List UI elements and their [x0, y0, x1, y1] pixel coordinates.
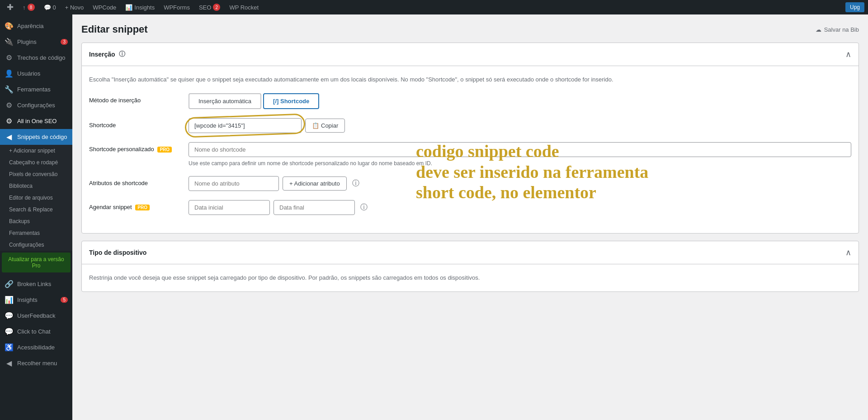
device-title-text: Tipo de dispositivo — [89, 249, 146, 256]
submenu-backups[interactable]: Backups — [0, 215, 72, 227]
schedule-help-icon[interactable]: ⓘ — [360, 203, 368, 212]
sidebar-label-snippets: Snippets de código — [17, 134, 67, 140]
insertion-card-header[interactable]: Inserção ⓘ — [82, 43, 859, 66]
sidebar-item-trechos[interactable]: ⚙ Trechos de código — [0, 50, 72, 66]
sidebar-item-plugins[interactable]: 🔌 Plugins 3 — [0, 34, 72, 50]
attributes-row: Atributos de shortcode + Adicionar atrib… — [89, 176, 851, 191]
adminbar-new[interactable]: + Novo — [61, 0, 89, 14]
add-attr-label: + Adicionar atributo — [289, 180, 340, 187]
main-content: Editar snippet ☁ Salvar na Bib Inserção … — [72, 14, 868, 420]
insertion-toggle-icon[interactable] — [845, 49, 851, 59]
plugins-badge: 3 — [61, 39, 68, 45]
device-toggle-icon[interactable] — [845, 248, 851, 258]
date-start-input[interactable] — [189, 200, 270, 215]
adminbar-seo[interactable]: SEO 2 — [194, 0, 225, 14]
insertion-title-text: Inserção — [89, 51, 115, 58]
sidebar-item-recolher[interactable]: ◀ Recolher menu — [0, 355, 72, 371]
shortcode-button[interactable]: [/] Shortcode — [263, 93, 319, 109]
custom-shortcode-input[interactable] — [189, 142, 851, 157]
attributes-help-icon[interactable]: ⓘ — [352, 179, 359, 188]
sidebar-item-acessibilidade[interactable]: ♿ Acessibilidade — [0, 339, 72, 355]
custom-shortcode-field: Use este campo para definir um nome de s… — [189, 142, 851, 167]
submenu-editor[interactable]: Editor de arquivos — [0, 192, 72, 204]
sidebar-item-userfeedback[interactable]: 💬 UserFeedback — [0, 308, 72, 324]
submenu-config[interactable]: Configurações — [0, 239, 72, 251]
wp-logo[interactable]: ✚ — [4, 0, 16, 14]
attributes-field: + Adicionar atributo ⓘ — [189, 176, 851, 191]
attribute-input[interactable] — [189, 176, 279, 191]
device-card-header[interactable]: Tipo de dispositivo — [82, 241, 859, 264]
schedule-label-text: Agendar snippet — [89, 204, 132, 210]
shortcode-input-row: 📋 Copiar — [189, 118, 851, 133]
page-title: Editar snippet — [81, 24, 148, 35]
schedule-field: ⓘ — [189, 200, 851, 215]
adminbar-updates[interactable]: ↑ 8 — [18, 0, 39, 14]
insertion-info-text: Escolha "Inserção automática" se quiser … — [89, 75, 851, 84]
comment-count: 0 — [53, 4, 56, 11]
sidebar-label-config: Configurações — [17, 102, 55, 109]
copy-shortcode-button[interactable]: 📋 Copiar — [305, 119, 345, 133]
snippets-icon: ◀ — [5, 133, 14, 141]
seo-sidebar-icon: ⚙ — [5, 117, 14, 125]
date-end-input[interactable] — [274, 200, 355, 215]
auto-insertion-label: Inserção automática — [198, 98, 251, 105]
userfeedback-label: UserFeedback — [17, 312, 56, 319]
sidebar-label-plugins: Plugins — [17, 38, 37, 45]
attr-row: + Adicionar atributo ⓘ — [189, 176, 851, 191]
sidebar-item-configuracoes[interactable]: ⚙ Configurações — [0, 97, 72, 113]
sidebar-label-usuarios: Usuários — [17, 70, 40, 77]
adminbar-comments[interactable]: 💬 0 — [39, 0, 61, 14]
copy-label: Copiar — [321, 122, 338, 129]
pro-badge-custom: PRO — [157, 147, 172, 153]
sidebar-item-ferramentas[interactable]: 🔧 Ferramentas — [0, 81, 72, 97]
insights-sidebar-icon: 📊 — [5, 296, 14, 304]
sidebar-item-all-in-one-seo[interactable]: ⚙ All in One SEO — [0, 113, 72, 129]
adminbar-items: ↑ 8 💬 0 + Novo WPCode 📊 Insights WPForms… — [18, 0, 845, 14]
adminbar-wpforms[interactable]: WPForms — [159, 0, 194, 14]
config-icon: ⚙ — [5, 101, 14, 110]
submenu-pixels[interactable]: Pixels de conversão — [0, 168, 72, 180]
shortcode-label: Shortcode — [89, 118, 179, 129]
wpcode-label: WPCode — [93, 4, 116, 11]
editor-label: Editor de arquivos — [9, 195, 53, 201]
shortcode-input[interactable] — [189, 118, 302, 133]
sidebar-item-usuarios[interactable]: 👤 Usuários — [0, 66, 72, 81]
sidebar-item-broken-links[interactable]: 🔗 Broken Links — [0, 276, 72, 292]
submenu-search-replace[interactable]: Search & Replace — [0, 204, 72, 215]
adminbar-wpcode[interactable]: WPCode — [88, 0, 121, 14]
upgrade-pro-label: Atualizar para a versão Pro — [8, 256, 64, 269]
insertion-card-body: Escolha "Inserção automática" se quiser … — [82, 66, 859, 233]
insights-sidebar-label: Insights — [17, 296, 38, 303]
add-attribute-button[interactable]: + Adicionar atributo — [283, 177, 347, 191]
adminbar-wp-rocket[interactable]: WP Rocket — [225, 0, 263, 14]
wp-rocket-label: WP Rocket — [229, 4, 259, 11]
sidebar-item-click-to-chat[interactable]: 💬 Click to Chat — [0, 324, 72, 339]
upgrade-button[interactable]: Upg — [845, 2, 864, 12]
search-replace-label: Search & Replace — [9, 206, 53, 213]
config-sub-label: Configurações — [9, 242, 44, 248]
sidebar-item-snippets[interactable]: ◀ Snippets de código — [0, 129, 72, 145]
submenu-cabecalho[interactable]: Cabeçalho e rodapé — [0, 157, 72, 168]
custom-shortcode-label: Shortcode personalizado PRO — [89, 142, 179, 153]
adminbar-insights[interactable]: 📊 Insights — [121, 0, 159, 14]
custom-shortcode-help: Use este campo para definir um nome de s… — [189, 160, 851, 167]
sidebar-label-aparencia: Aparência — [17, 23, 44, 29]
attributes-label: Atributos de shortcode — [89, 176, 179, 186]
broken-links-label: Broken Links — [17, 281, 51, 287]
userfeedback-icon: 💬 — [5, 311, 14, 320]
insertion-help-icon[interactable]: ⓘ — [119, 50, 125, 58]
submenu-ferramentas[interactable]: Ferramentas — [0, 227, 72, 239]
acessibilidade-icon: ♿ — [5, 343, 14, 352]
submenu-adicionar[interactable]: + Adicionar snippet — [0, 145, 72, 157]
custom-shortcode-row: Shortcode personalizado PRO Use este cam… — [89, 142, 851, 167]
upgrade-pro-button[interactable]: Atualizar para a versão Pro — [2, 253, 71, 272]
shortcode-circled-container — [189, 118, 302, 133]
sidebar-item-insights[interactable]: 📊 Insights 5 — [0, 292, 72, 308]
auto-insertion-button[interactable]: Inserção automática — [189, 93, 261, 109]
submenu-biblioteca[interactable]: Biblioteca — [0, 180, 72, 192]
backups-label: Backups — [9, 218, 30, 224]
sidebar-item-aparencia[interactable]: 🎨 Aparência — [0, 18, 72, 34]
ferramentas-sub-label: Ferramentas — [9, 230, 40, 236]
acessibilidade-label: Acessibilidade — [17, 344, 55, 351]
save-bib-button[interactable]: ☁ Salvar na Bib — [816, 26, 859, 33]
